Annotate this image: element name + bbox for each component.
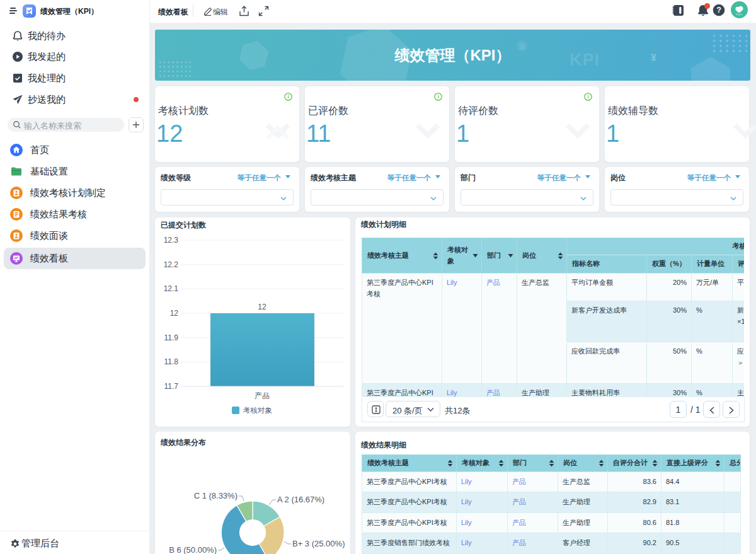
- svg-text:12.1: 12.1: [164, 284, 179, 293]
- svg-text:C 1 (8.33%): C 1 (8.33%): [194, 491, 238, 500]
- svg-text:简道云: 简道云: [736, 13, 743, 16]
- svg-text:11.7: 11.7: [164, 382, 179, 391]
- svg-text:12.3: 12.3: [164, 236, 179, 245]
- svg-text:产品: 产品: [255, 391, 270, 400]
- svg-text:12.2: 12.2: [164, 260, 179, 269]
- svg-text:B+ 3 (25.00%): B+ 3 (25.00%): [292, 539, 345, 548]
- svg-text:考核对象: 考核对象: [243, 407, 272, 414]
- svg-text:11.9: 11.9: [164, 333, 179, 342]
- svg-text:A 2 (16.67%): A 2 (16.67%): [277, 495, 324, 504]
- svg-text:11.8: 11.8: [164, 357, 179, 366]
- svg-text:12: 12: [258, 303, 266, 311]
- svg-text:B 6 (50.00%): B 6 (50.00%): [169, 545, 217, 554]
- svg-text:12: 12: [170, 309, 179, 318]
- svg-text:?: ?: [716, 6, 721, 14]
